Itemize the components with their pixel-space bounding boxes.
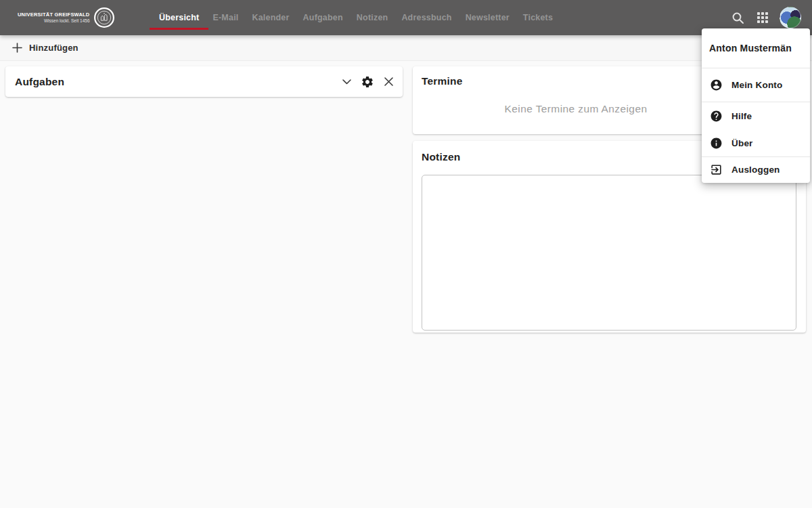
logo-line2: Wissen lockt. Seit 1456 <box>18 18 90 24</box>
close-widget-button[interactable] <box>381 75 396 89</box>
university-logo-text: UNIVERSITÄT GREIFSWALD Wissen lockt. Sei… <box>18 12 90 24</box>
notes-textarea[interactable] <box>422 175 796 331</box>
logo-line1: UNIVERSITÄT GREIFSWALD <box>18 12 90 18</box>
tab-adressbuch[interactable]: Adressbuch <box>394 0 458 35</box>
tab-tickets[interactable]: Tickets <box>516 0 560 35</box>
logout-icon <box>710 163 723 176</box>
menu-item-label: Ausloggen <box>731 165 780 175</box>
user-avatar[interactable] <box>780 7 801 28</box>
termine-empty-message: Keine Termine zum Anzeigen <box>413 103 739 115</box>
menu-item-ausloggen[interactable]: Ausloggen <box>702 157 810 182</box>
menu-item-mein-konto[interactable]: Mein Konto <box>702 68 810 102</box>
tab-notizen[interactable]: Notizen <box>350 0 395 35</box>
top-navbar: UNIVERSITÄT GREIFSWALD Wissen lockt. Sei… <box>0 0 812 35</box>
active-tab-underline <box>150 28 208 30</box>
close-icon <box>384 77 393 86</box>
account-circle-icon <box>710 79 723 91</box>
tab-aufgaben[interactable]: Aufgaben <box>296 0 350 35</box>
chevron-down-icon <box>342 79 351 85</box>
menu-item-label: Über <box>731 138 753 148</box>
search-icon[interactable] <box>729 9 746 26</box>
secondary-toolbar: Hinzufügen <box>0 35 812 61</box>
widget-settings-button[interactable] <box>360 75 375 89</box>
notizen-widget-title: Notizen <box>422 151 460 163</box>
add-widget-button-label: Hinzufügen <box>29 43 78 53</box>
tab-email[interactable]: E-Mail <box>206 0 245 35</box>
tab-kalender[interactable]: Kalender <box>245 0 296 35</box>
user-name-header: Anton Mustermän <box>702 28 810 68</box>
university-seal-icon <box>93 7 115 28</box>
tab-newsletter[interactable]: Newsletter <box>459 0 516 35</box>
help-icon <box>710 110 723 123</box>
menu-item-ueber[interactable]: Über <box>702 129 810 156</box>
tab-uebersicht-label: Übersicht <box>159 13 199 22</box>
aufgaben-widget-title: Aufgaben <box>15 76 64 88</box>
aufgaben-widget: Aufgaben <box>5 66 403 97</box>
termine-widget-title: Termine <box>422 75 463 87</box>
menu-item-label: Mein Konto <box>731 80 783 90</box>
aufgaben-widget-actions <box>339 75 396 89</box>
info-icon <box>710 137 723 150</box>
collapse-widget-button[interactable] <box>339 75 354 89</box>
main-navigation: Übersicht E-Mail Kalender Aufgaben Notiz… <box>152 0 560 35</box>
settings-gear-icon <box>361 75 374 89</box>
university-logo: UNIVERSITÄT GREIFSWALD Wissen lockt. Sei… <box>18 0 115 35</box>
add-widget-button[interactable]: Hinzufügen <box>12 43 78 53</box>
menu-item-label: Hilfe <box>731 111 752 121</box>
menu-item-hilfe[interactable]: Hilfe <box>702 102 810 129</box>
tab-uebersicht[interactable]: Übersicht <box>152 0 206 35</box>
plus-icon <box>12 43 22 53</box>
apps-grid-icon[interactable] <box>754 9 771 26</box>
user-dropdown-menu: Anton Mustermän Mein Konto Hilfe Über Au… <box>702 28 810 183</box>
